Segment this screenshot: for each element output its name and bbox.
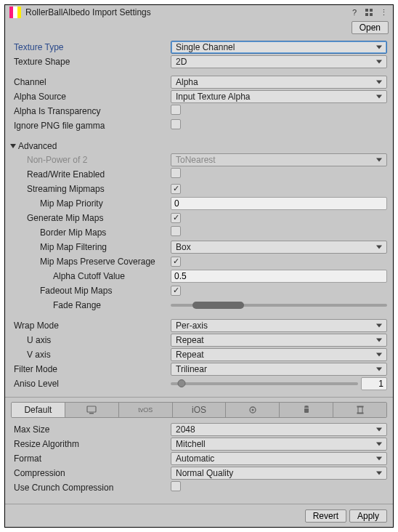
revert-button[interactable]: Revert [305,509,346,523]
aniso-level-slider[interactable] [171,382,358,385]
platform-tabbar: Default tvOS iOS [11,402,387,418]
preserve-coverage-checkbox[interactable] [171,257,181,267]
generate-mipmaps-label: Generate Mip Maps [11,213,171,223]
v-axis-label: V axis [11,350,171,360]
crunch-label: Use Crunch Compression [11,483,171,493]
border-mipmaps-label: Border Mip Maps [11,227,171,238]
resize-algo-select[interactable]: Mitchell [171,438,387,451]
chevron-down-icon [10,144,16,148]
readwrite-label: Read/Write Enabled [11,169,171,180]
alpha-source-select[interactable]: Input Texture Alpha [171,90,387,103]
mipmap-filtering-label: Mip Map Filtering [11,242,171,252]
fadeout-mipmaps-checkbox[interactable] [171,286,181,296]
tab-lumin[interactable] [226,403,280,417]
alpha-transparency-label: Alpha Is Transparency [11,106,171,116]
svg-rect-1 [89,413,94,414]
alpha-source-label: Alpha Source [11,92,171,102]
tab-android[interactable] [280,403,333,417]
channel-select[interactable]: Alpha [171,76,387,89]
tab-default[interactable]: Default [12,403,65,417]
svg-line-5 [307,406,308,407]
alpha-transparency-checkbox[interactable] [171,105,181,115]
advanced-foldout[interactable]: Advanced [11,139,387,153]
format-select[interactable]: Automatic [171,452,387,465]
svg-point-3 [251,409,253,411]
texture-type-label: Texture Type [11,42,171,52]
lumin-icon [248,406,258,414]
alpha-cutoff-label: Alpha Cutoff Value [11,271,171,281]
tab-tvos[interactable]: tvOS [119,403,173,417]
help-icon[interactable]: ? [349,7,360,17]
ios-label: iOS [192,405,206,415]
texture-type-select[interactable]: Single Channel [171,41,387,54]
filter-mode-select[interactable]: Trilinear [171,363,387,376]
mipmap-filtering-select[interactable]: Box [171,241,387,254]
wrap-mode-select[interactable]: Per-axis [171,319,387,332]
nonpow2-select: ToNearest [171,153,387,166]
android-icon [302,406,311,414]
tab-webgl[interactable] [333,403,386,417]
compression-select[interactable]: Normal Quality [171,467,387,480]
asset-icon [9,7,21,18]
max-size-label: Max Size [11,424,171,435]
open-button[interactable]: Open [352,21,389,34]
u-axis-select[interactable]: Repeat [171,334,387,347]
mipmap-priority-field[interactable] [171,197,387,210]
ignore-png-gamma-checkbox[interactable] [171,119,181,129]
svg-line-4 [305,406,306,407]
texture-shape-label: Texture Shape [11,57,171,67]
divider [5,504,393,504]
standalone-icon [86,406,97,414]
crunch-checkbox[interactable] [171,481,181,491]
mipmap-priority-label: Mip Map Priority [11,198,171,209]
divider [5,397,393,398]
alpha-cutoff-field[interactable] [171,270,387,283]
texture-shape-select[interactable]: 2D [171,55,387,68]
compression-label: Compression [11,468,171,478]
max-size-select[interactable]: 2048 [171,423,387,436]
border-mipmaps-checkbox[interactable] [171,226,181,236]
aniso-level-label: Aniso Level [11,379,171,389]
menu-icon[interactable]: ⋮ [378,7,389,17]
apply-button[interactable]: Apply [349,509,387,523]
tab-standalone[interactable] [65,403,119,417]
tab-ios[interactable]: iOS [173,403,227,417]
wrap-mode-label: Wrap Mode [11,321,171,331]
resize-algo-label: Resize Algorithm [11,439,171,449]
tvos-label: tvOS [138,406,153,414]
u-axis-label: U axis [11,335,171,345]
aniso-level-field[interactable] [361,377,387,390]
window-title: RollerBallAlbedo Import Settings [25,7,349,17]
preserve-coverage-label: Mip Maps Preserve Coverage [11,257,171,267]
format-label: Format [11,454,171,464]
fade-range-slider[interactable] [171,300,387,310]
nonpow2-label: Non-Power of 2 [11,155,171,165]
ignore-png-gamma-label: Ignore PNG file gamma [11,121,171,131]
svg-rect-0 [87,406,96,412]
preset-icon[interactable] [364,7,374,17]
streaming-mipmaps-label: Streaming Mipmaps [11,184,171,194]
channel-label: Channel [11,77,171,87]
fade-range-label: Fade Range [11,300,171,310]
readwrite-checkbox[interactable] [171,168,181,178]
fadeout-mipmaps-label: Fadeout Mip Maps [11,286,171,296]
v-axis-select[interactable]: Repeat [171,348,387,361]
advanced-label: Advanced [18,141,57,151]
webgl-icon [356,406,365,414]
streaming-mipmaps-checkbox[interactable] [171,184,181,194]
filter-mode-label: Filter Mode [11,364,171,374]
generate-mipmaps-checkbox[interactable] [171,213,181,223]
